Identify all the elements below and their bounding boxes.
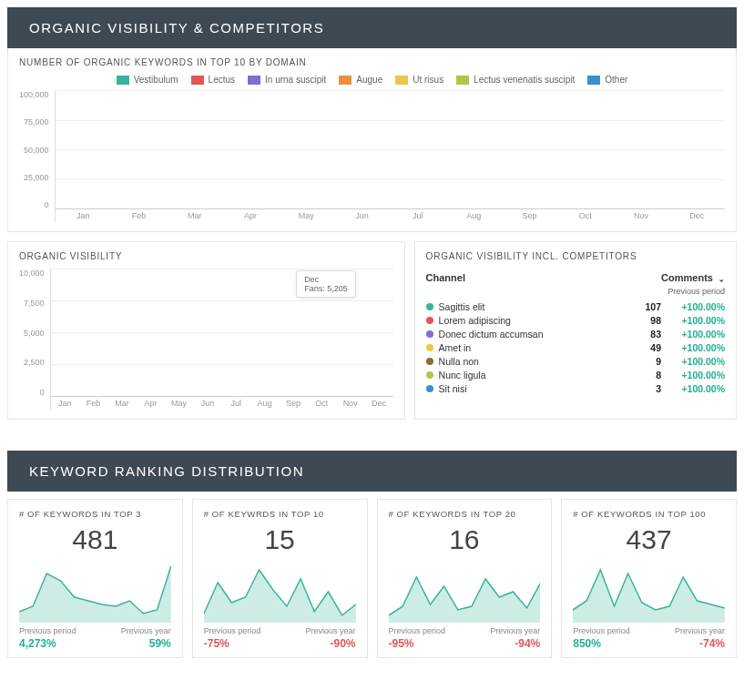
prev-year: Previous year-90% [305,626,355,650]
bar-dec[interactable] [364,269,392,397]
legend-swatch [191,76,204,85]
prev-year: Previous year59% [121,626,171,650]
bar-oct[interactable] [557,90,613,209]
competitor-name: Sagittis elit [439,301,628,312]
prev-period: Previous period4,273% [19,626,76,650]
competitor-row[interactable]: Amet in49+100.00% [426,340,725,354]
section-title: KEYWORD RANKING DISTRIBUTION [29,463,304,479]
x-label: May [279,209,334,222]
legend-item[interactable]: Other [587,75,627,85]
legend-label: Other [605,75,627,85]
x-axis: JanFebMarAprMayJunJulAugSepOctNovDec [51,397,393,410]
competitor-name: Donec dictum accumsan [439,329,628,340]
sparkline-chart [204,559,356,623]
sparkline-chart [389,559,541,623]
competitor-name: Nunc ligula [439,370,628,380]
legend-label: Augue [356,75,382,85]
bar-jun[interactable] [334,90,390,209]
bar-sep[interactable] [279,269,307,397]
prev-period-value: 850% [573,637,630,650]
x-label: Apr [137,397,165,410]
bar-nov[interactable] [336,269,364,397]
competitor-row[interactable]: Nunc ligula8+100.00% [426,368,725,381]
bar-nov[interactable] [613,90,668,209]
legend-swatch [339,76,352,85]
x-label: Oct [308,397,336,410]
bar-feb[interactable] [111,90,167,209]
sparkline-chart [573,559,725,623]
kpi-card: # OF KEYWORDS IN TOP 2016Previous period… [377,499,553,658]
chart-plot: JanFebMarAprMayJunJulAugSepOctNovDec [55,90,725,222]
bar-aug[interactable] [446,90,502,209]
bar-jun[interactable] [193,269,221,397]
legend-item[interactable]: In urna suscipit [248,75,326,85]
prev-period: Previous period-95% [389,626,446,650]
bar-apr[interactable] [137,269,165,397]
prev-period-value: -75% [204,637,261,650]
prev-period: Previous period850% [573,626,630,650]
sparkline-chart [19,559,171,623]
legend-label: Ut risus [413,75,443,85]
competitor-count: 107 [628,301,661,312]
legend-label: In urna suscipit [265,75,326,85]
bar-mar[interactable] [107,269,136,397]
legend-item[interactable]: Vestibulum [117,75,178,85]
prev-year: Previous year-74% [675,626,725,650]
x-label: Jul [222,397,250,410]
kpi-title: # OF KEYWORDS IN TOP 3 [19,509,171,519]
x-label: Nov [336,397,364,410]
bar-apr[interactable] [222,90,278,209]
x-label: Aug [446,209,502,222]
bar-jan[interactable] [51,269,79,397]
competitor-count: 8 [628,370,661,380]
panel-organic-visibility: ORGANIC VISIBILITY 10,0007,5005,0002,500… [7,241,405,420]
x-label: Dec [669,209,725,222]
bar-mar[interactable] [167,90,222,209]
competitor-row[interactable]: Nulla non9+100.00% [426,354,725,368]
panel-title: ORGANIC VISIBILITY INCL. COMPETITORS [426,251,725,261]
x-axis: JanFebMarAprMayJunJulAugSepOctNovDec [56,209,725,222]
competitor-row[interactable]: Sit nisi3+100.00% [426,381,725,395]
competitor-row[interactable]: Sagittis elit107+100.00% [426,299,725,313]
prev-period-label: Previous period [389,626,446,635]
column-channel[interactable]: Channel [426,272,465,283]
kpi-title: # OF KEYWORDS IN TOP 100 [573,509,725,519]
x-label: Aug [250,397,279,410]
x-label: Feb [79,397,107,410]
bar-sep[interactable] [502,90,557,209]
competitor-count: 83 [628,329,661,340]
series-dot-icon [426,385,433,392]
x-label: Jan [56,209,111,222]
panel-top10-by-domain: NUMBER OF ORGANIC KEYWORDS IN TOP 10 BY … [7,48,737,232]
column-comments[interactable]: Comments ⌃ [661,272,725,283]
bar-may[interactable] [165,269,193,397]
series-dot-icon [426,330,433,338]
bar-oct[interactable] [308,269,336,397]
bar-jan[interactable] [56,90,111,209]
legend-item[interactable]: Ut risus [395,75,443,85]
x-label: Jun [334,209,390,222]
bar-jul[interactable] [222,269,250,397]
competitor-name: Lorem adipiscing [439,315,628,326]
bar-feb[interactable] [79,269,107,397]
legend-item[interactable]: Lectus [191,75,235,85]
legend-label: Vestibulum [134,75,178,85]
kpi-card: # OF KEYWORDS IN TOP 100437Previous peri… [561,499,737,658]
bar-jul[interactable] [390,90,445,209]
prev-period-label: Previous period [19,626,76,635]
legend-label: Lectus venenatis suscipit [474,75,575,85]
bar-may[interactable] [279,90,334,209]
panel-competitors: ORGANIC VISIBILITY INCL. COMPETITORS Cha… [414,241,737,420]
legend-item[interactable]: Augue [339,75,382,85]
series-dot-icon [426,317,433,324]
x-label: Sep [502,209,557,222]
prev-period: Previous period-75% [204,626,261,650]
bar-aug[interactable] [250,269,279,397]
panel-title: ORGANIC VISIBILITY [19,251,393,261]
legend-item[interactable]: Lectus venenatis suscipit [456,75,575,85]
competitor-row[interactable]: Donec dictum accumsan83+100.00% [426,327,725,340]
prev-year-label: Previous year [675,626,725,635]
bar-dec[interactable] [669,90,725,209]
competitor-change: +100.00% [661,370,725,380]
competitor-row[interactable]: Lorem adipiscing98+100.00% [426,313,725,327]
